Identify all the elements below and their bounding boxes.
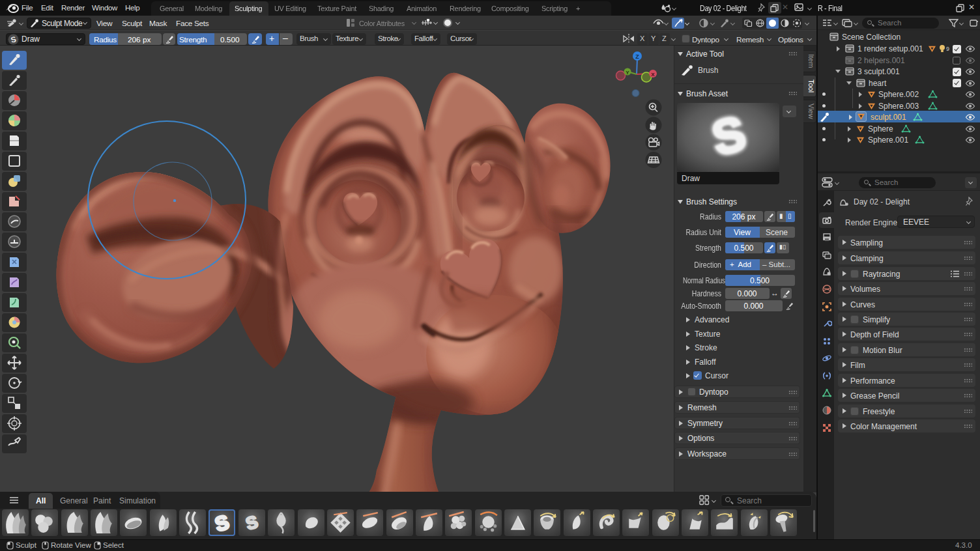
- svg-text:Y: Y: [626, 70, 629, 76]
- svg-text:X: X: [651, 72, 655, 78]
- svg-text:Z: Z: [635, 53, 639, 60]
- svg-text:S: S: [212, 511, 231, 536]
- svg-text:S: S: [244, 512, 260, 534]
